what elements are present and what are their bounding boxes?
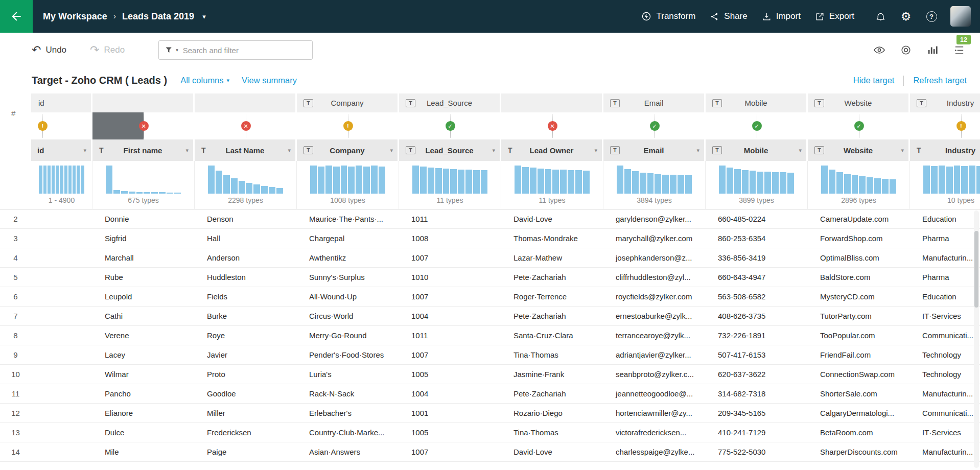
cell-mobile[interactable]: 507-417-6153 xyxy=(706,350,808,359)
cell-first_name[interactable]: Rube xyxy=(92,273,195,281)
transform-button[interactable]: Transform xyxy=(641,11,695,21)
cell-website[interactable]: ForwardShop.com xyxy=(808,234,910,243)
histogram-first_name[interactable]: 675 types xyxy=(92,161,195,209)
target-cell-lead_source[interactable]: TLead_Source xyxy=(399,93,501,112)
cell-industry[interactable]: Education xyxy=(910,215,980,223)
cell-lead_owner[interactable]: Tina·Thomas xyxy=(501,350,603,359)
cell-first_name[interactable]: Cathi xyxy=(92,312,195,320)
cell-company[interactable]: Circus·World xyxy=(297,312,399,320)
cell-company[interactable]: Erlebacher's xyxy=(297,409,399,417)
cell-last_name[interactable]: Goodloe xyxy=(195,389,297,398)
column-menu-caret-icon[interactable]: ▾ xyxy=(901,147,904,154)
preview-eye-icon[interactable] xyxy=(873,43,886,57)
cell-first_name[interactable]: Sigfrid xyxy=(92,234,195,243)
cell-lead_owner[interactable]: Rozario·Diego xyxy=(501,409,603,417)
column-menu-caret-icon[interactable]: ▾ xyxy=(799,147,802,154)
cell-email[interactable]: ernestoaburke@zylk... xyxy=(603,312,706,320)
source-header-company[interactable]: TCompany▾ xyxy=(297,139,399,161)
back-button[interactable] xyxy=(0,0,33,33)
cell-lead_source[interactable]: 1007 xyxy=(399,350,501,359)
cell-lead_source[interactable]: 1005 xyxy=(399,370,501,379)
cell-email[interactable]: roycfields@zylker.com xyxy=(603,292,706,301)
cell-last_name[interactable]: Burke xyxy=(195,312,297,320)
cell-last_name[interactable]: Miller xyxy=(195,409,297,417)
source-header-website[interactable]: TWebsite▾ xyxy=(808,139,910,161)
target-cell-lead_owner[interactable] xyxy=(501,93,603,112)
target-cell-id[interactable]: id xyxy=(31,93,92,112)
search-input[interactable] xyxy=(183,46,306,55)
cell-last_name[interactable]: Denson xyxy=(195,215,297,223)
cell-email[interactable]: cliffrhuddleston@zyl... xyxy=(603,273,706,281)
cell-lead_owner[interactable]: Pete·Zachariah xyxy=(501,312,603,320)
help-icon[interactable]: ? xyxy=(925,10,938,23)
histogram-lead_owner[interactable]: 11 types xyxy=(501,161,603,209)
cell-industry[interactable]: Education xyxy=(910,292,980,301)
cell-last_name[interactable]: Roye xyxy=(195,331,297,340)
cell-lead_source[interactable]: 1004 xyxy=(399,389,501,398)
cell-mobile[interactable]: 410-241-7129 xyxy=(706,428,808,437)
cell-lead_source[interactable]: 1005 xyxy=(399,428,501,437)
cell-last_name[interactable]: Fields xyxy=(195,292,297,301)
cell-lead_source[interactable]: 1010 xyxy=(399,273,501,281)
cell-company[interactable]: Chargepal xyxy=(297,234,399,243)
cell-email[interactable]: charlesspaige@zylke... xyxy=(603,448,706,456)
cell-lead_owner[interactable]: Santa·Cruz·Clara xyxy=(501,331,603,340)
source-header-email[interactable]: TEmail▾ xyxy=(603,139,706,161)
cell-email[interactable]: marychall@zylker.com xyxy=(603,234,706,243)
cell-website[interactable]: TutorParty.com xyxy=(808,312,910,320)
target-cell-company[interactable]: TCompany xyxy=(297,93,399,112)
cell-mobile[interactable]: 732-226-1891 xyxy=(706,331,808,340)
cell-website[interactable]: FriendFail.com xyxy=(808,350,910,359)
cell-first_name[interactable]: Elianore xyxy=(92,409,195,417)
histogram-id[interactable]: 1 - 4900 xyxy=(31,161,92,209)
cell-website[interactable]: OptimalBliss.com xyxy=(808,253,910,262)
target-cell-last_name[interactable] xyxy=(195,93,297,112)
cell-first_name[interactable]: Pancho xyxy=(92,389,195,398)
cell-company[interactable]: Maurice·The·Pants·... xyxy=(297,215,399,223)
cell-industry[interactable]: IT·Services xyxy=(910,312,980,320)
cell-website[interactable]: BetaRoom.com xyxy=(808,428,910,437)
cell-email[interactable]: garyldenson@zylker... xyxy=(603,215,706,223)
share-button[interactable]: Share xyxy=(710,11,747,21)
column-stats-icon[interactable] xyxy=(926,43,939,57)
cell-lead_source[interactable]: 1004 xyxy=(399,312,501,320)
cell-company[interactable]: Country·Club·Marke... xyxy=(297,428,399,437)
cell-lead_source[interactable]: 1011 xyxy=(399,331,501,340)
histogram-lead_source[interactable]: 11 types xyxy=(399,161,501,209)
cell-last_name[interactable]: Fredericksen xyxy=(195,428,297,437)
refresh-target-link[interactable]: Refresh target xyxy=(913,76,967,85)
cell-industry[interactable]: Manufacturin... xyxy=(910,253,980,262)
cell-company[interactable]: Luria's xyxy=(297,370,399,379)
cell-website[interactable]: SharperDiscounts.com xyxy=(808,448,910,456)
column-menu-caret-icon[interactable]: ▾ xyxy=(390,147,393,154)
cell-company[interactable]: Sunny's·Surplus xyxy=(297,273,399,281)
column-menu-caret-icon[interactable]: ▾ xyxy=(288,147,291,154)
cell-last_name[interactable]: Huddleston xyxy=(195,273,297,281)
cell-email[interactable]: terrancearoye@zylk... xyxy=(603,331,706,340)
cell-lead_source[interactable]: 1007 xyxy=(399,253,501,262)
cell-industry[interactable]: Manufacturin... xyxy=(910,448,980,456)
cell-industry[interactable]: Pharma xyxy=(910,234,980,243)
cell-website[interactable]: ConnectionSwap.com xyxy=(808,370,910,379)
cell-last_name[interactable]: Javier xyxy=(195,350,297,359)
histogram-industry[interactable]: 10 types xyxy=(910,161,980,209)
breadcrumb-dataset[interactable]: Leads Data 2019 xyxy=(122,11,194,22)
histogram-last_name[interactable]: 2298 types xyxy=(195,161,297,209)
column-menu-caret-icon[interactable]: ▾ xyxy=(594,147,597,154)
cell-lead_source[interactable]: 1011 xyxy=(399,215,501,223)
notifications-bell-icon[interactable] xyxy=(874,10,887,23)
source-header-mobile[interactable]: TMobile▾ xyxy=(706,139,808,161)
cell-lead_owner[interactable]: Pete·Zachariah xyxy=(501,389,603,398)
cell-first_name[interactable]: Mile xyxy=(92,448,195,456)
cell-mobile[interactable]: 314-682-7318 xyxy=(706,389,808,398)
cell-first_name[interactable]: Leupold xyxy=(92,292,195,301)
view-summary-link[interactable]: View summary xyxy=(242,76,297,85)
cell-industry[interactable]: Pharma xyxy=(910,273,980,281)
cell-last_name[interactable]: Anderson xyxy=(195,253,297,262)
cell-company[interactable]: Awthentikz xyxy=(297,253,399,262)
cell-website[interactable]: MysteryCD.com xyxy=(808,292,910,301)
redo-button[interactable]: ↷ Redo xyxy=(90,44,125,56)
cell-mobile[interactable]: 775-522-5030 xyxy=(706,448,808,456)
target-cell-mobile[interactable]: TMobile xyxy=(706,93,808,112)
cell-lead_owner[interactable]: David·Love xyxy=(501,448,603,456)
